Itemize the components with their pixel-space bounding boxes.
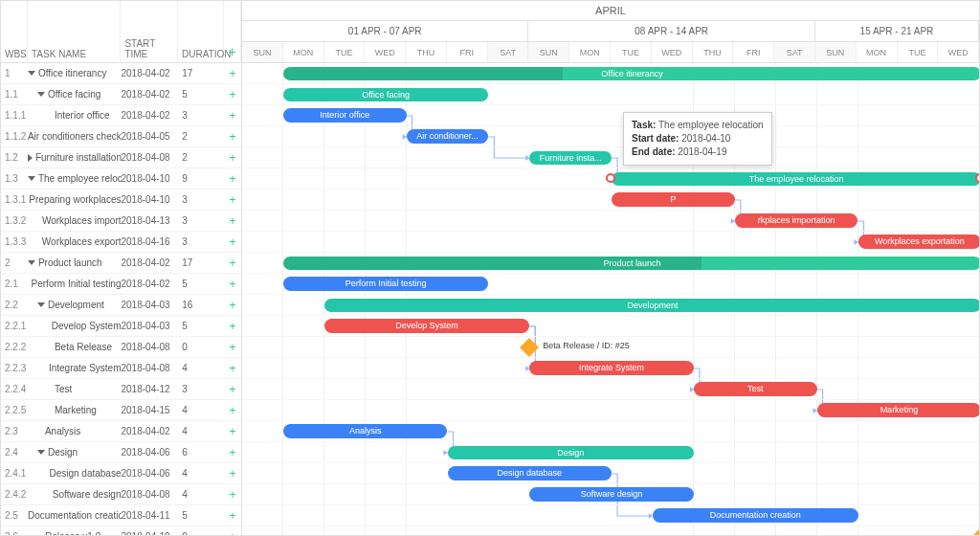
gantt-bar[interactable]: Office itinerancy — [283, 67, 979, 80]
task-row[interactable]: 1Office itinerancy2018-04-0217+ — [1, 63, 241, 84]
add-task-icon[interactable]: + — [224, 278, 241, 291]
add-task-icon[interactable]: + — [224, 299, 241, 312]
timeline-header: APRIL 01 APR - 07 APR08 APR - 14 APR15 A… — [242, 1, 979, 63]
add-task-icon[interactable]: + — [224, 130, 241, 144]
expand-icon[interactable] — [37, 450, 45, 455]
gantt-bar[interactable]: Interior office — [283, 108, 407, 123]
task-name: Design database — [49, 468, 121, 479]
gantt-bar[interactable]: Design — [448, 446, 694, 459]
day-cell: TUE — [898, 42, 939, 62]
chart-row: Analysis — [242, 421, 979, 442]
col-start: START TIME — [121, 1, 178, 63]
gantt-bar[interactable]: Product launch — [283, 257, 979, 270]
add-task-icon[interactable]: + — [224, 467, 241, 480]
day-cell: WED — [652, 42, 693, 62]
gantt-bar[interactable]: Development — [324, 299, 979, 312]
cell-dur: 4 — [178, 489, 224, 500]
add-task-icon[interactable]: + — [224, 67, 241, 80]
add-column-icon[interactable]: + — [224, 1, 241, 63]
task-row[interactable]: 1.3.3Workplaces export2018-04-163+ — [1, 232, 241, 253]
chart-canvas[interactable]: Office itinerancyOffice facingInterior o… — [242, 63, 979, 535]
tooltip-start-label: Start date: — [632, 133, 679, 144]
cell-start: 2018-04-02 — [122, 279, 179, 289]
milestone-icon[interactable] — [520, 338, 539, 357]
gantt-bar[interactable]: Develop System — [324, 319, 530, 333]
day-cell: FRI — [447, 42, 488, 62]
gantt-bar[interactable]: Software design — [529, 487, 694, 502]
add-task-icon[interactable]: + — [224, 341, 241, 354]
add-task-icon[interactable]: + — [224, 404, 241, 417]
task-row[interactable]: 1.1.1Interior office2018-04-023+ — [1, 105, 241, 126]
task-row[interactable]: 2.4.1Design database2018-04-064+ — [1, 463, 241, 484]
expand-icon[interactable] — [28, 176, 35, 181]
task-row[interactable]: 2.1Perform Initial testing2018-04-025+ — [1, 274, 241, 295]
task-row[interactable]: 1.3.2Workplaces import2018-04-133+ — [1, 211, 241, 232]
add-task-icon[interactable]: + — [224, 320, 241, 333]
gantt-bar[interactable]: Furniture insta... — [529, 151, 612, 165]
add-task-icon[interactable]: + — [224, 172, 241, 186]
add-task-icon[interactable]: + — [224, 214, 241, 228]
task-row[interactable]: 2.3Analysis2018-04-024+ — [1, 421, 241, 442]
week-cell: 15 APR - 21 APR — [815, 21, 979, 41]
gantt-bar[interactable]: Workplaces exportation — [858, 234, 980, 249]
add-task-icon[interactable]: + — [224, 88, 241, 101]
gantt-bar[interactable]: Documentation creation — [653, 508, 858, 523]
day-cell: MON — [857, 42, 898, 62]
milestone-icon[interactable] — [971, 527, 979, 535]
task-name: Workplaces import — [42, 215, 122, 226]
task-row[interactable]: 2.6Release v1.02018-04-190+ — [1, 526, 241, 535]
gantt-bar[interactable]: P — [612, 192, 735, 207]
add-task-icon[interactable]: + — [224, 235, 241, 249]
gantt-bar[interactable]: Air conditioner... — [407, 129, 489, 144]
task-row[interactable]: 2.2.1Develop System2018-04-035+ — [1, 316, 241, 337]
task-row[interactable]: 2.2.4Test2018-04-123+ — [1, 379, 241, 400]
cell-start: 2018-04-06 — [122, 447, 179, 458]
expand-icon[interactable] — [28, 260, 35, 265]
task-row[interactable]: 2.2.3Integrate System2018-04-084+ — [1, 358, 241, 379]
task-row[interactable]: 2.4.2Software design2018-04-084+ — [1, 484, 241, 505]
add-task-icon[interactable]: + — [224, 488, 241, 502]
task-row[interactable]: 2.2.2Beta Release2018-04-080+ — [1, 337, 241, 358]
cell-start: 2018-04-08 — [122, 489, 179, 500]
gantt-bar[interactable]: Analysis — [283, 424, 448, 438]
cell-wbs: 2.2.2 — [1, 342, 28, 352]
resize-handle-right[interactable] — [975, 173, 979, 183]
gantt-bar[interactable]: Test — [694, 382, 817, 396]
add-task-icon[interactable]: + — [224, 193, 241, 207]
expand-icon[interactable] — [37, 302, 45, 307]
gantt-bar[interactable]: rkplaces importation — [735, 213, 858, 228]
add-task-icon[interactable]: + — [224, 383, 241, 396]
task-row[interactable]: 1.3The employee relocation2018-04-109+ — [1, 168, 241, 190]
add-task-icon[interactable]: + — [224, 446, 241, 459]
expand-icon[interactable] — [28, 71, 35, 76]
gantt-bar[interactable]: Design database — [448, 466, 612, 480]
expand-icon[interactable] — [28, 154, 33, 162]
task-row[interactable]: 2.4Design2018-04-066+ — [1, 442, 241, 463]
task-name: Preparing workplaces — [29, 194, 121, 205]
task-row[interactable]: 2Product launch2018-04-0217+ — [1, 253, 241, 274]
gantt-bar[interactable]: Office facing — [283, 88, 489, 101]
add-task-icon[interactable]: + — [224, 530, 241, 536]
task-row[interactable]: 1.2Furniture installation2018-04-082+ — [1, 147, 241, 168]
gantt-bar[interactable]: The employee relocation — [612, 172, 979, 186]
day-cell: SUN — [242, 42, 283, 62]
add-task-icon[interactable]: + — [224, 109, 241, 123]
add-task-icon[interactable]: + — [224, 362, 241, 375]
gantt-bar[interactable]: Marketing — [817, 403, 979, 417]
cell-start: 2018-04-10 — [122, 194, 179, 205]
gantt-bar[interactable]: Integrate System — [529, 361, 694, 375]
add-task-icon[interactable]: + — [224, 151, 241, 165]
add-task-icon[interactable]: + — [224, 257, 241, 270]
task-row[interactable]: 2.5Documentation creation2018-04-115+ — [1, 505, 241, 526]
add-task-icon[interactable]: + — [224, 509, 241, 523]
cell-name: Marketing — [28, 405, 122, 415]
day-cell: SAT — [488, 42, 529, 62]
add-task-icon[interactable]: + — [224, 425, 241, 438]
gantt-bar[interactable]: Perform Initial testing — [283, 277, 489, 291]
task-row[interactable]: 1.1Office facing2018-04-025+ — [1, 84, 241, 105]
task-row[interactable]: 1.3.1Preparing workplaces2018-04-103+ — [1, 190, 241, 211]
expand-icon[interactable] — [37, 92, 45, 97]
task-row[interactable]: 2.2.5Marketing2018-04-154+ — [1, 400, 241, 421]
task-row[interactable]: 2.2Development2018-04-0316+ — [1, 295, 241, 316]
task-row[interactable]: 1.1.2Air conditioners check2018-04-052+ — [1, 126, 241, 147]
